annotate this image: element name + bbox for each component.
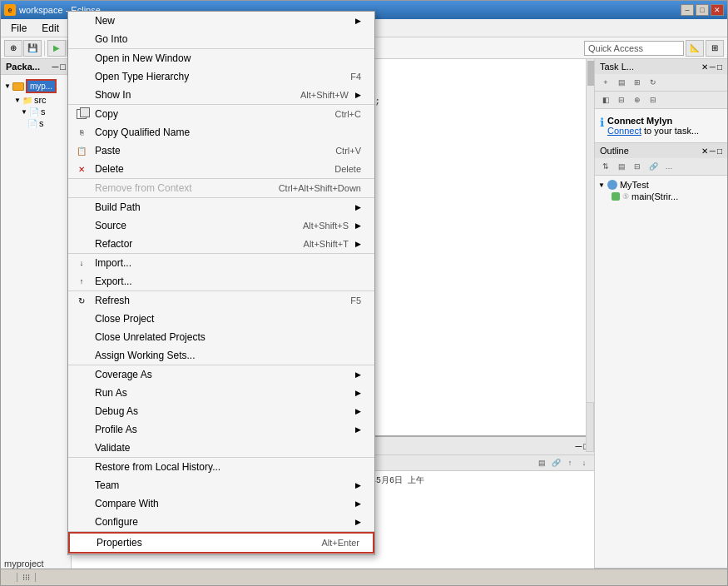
remove-context-label: Remove from Context <box>95 182 192 194</box>
copy-label: Copy <box>95 108 118 120</box>
coverage-as-label: Coverage As <box>95 369 152 380</box>
copy-qualified-label: Copy Qualified Name <box>95 127 190 138</box>
menu-item-open-new-window[interactable]: Open in New Window <box>68 49 374 67</box>
source-label: Source <box>95 220 126 231</box>
menu-item-refresh[interactable]: ↻ Refresh F5 <box>68 291 374 310</box>
menu-item-validate[interactable]: Validate <box>68 439 374 457</box>
paste-shortcut: Ctrl+V <box>335 146 361 156</box>
close-project-label: Close Project <box>95 313 154 325</box>
menu-item-delete[interactable]: ✕ Delete Delete <box>68 160 374 178</box>
menu-item-show-in[interactable]: Show In Alt+Shift+W <box>68 86 374 104</box>
paste-icon: 📋 <box>75 144 88 157</box>
menu-item-source[interactable]: Source Alt+Shift+S <box>68 216 374 235</box>
menu-item-run-as[interactable]: Run As <box>68 384 374 402</box>
delete-shortcut: Delete <box>334 164 361 174</box>
menu-section-4: Remove from Context Ctrl+Alt+Shift+Down <box>68 179 374 198</box>
menu-item-export[interactable]: ↑ Export... <box>68 272 374 291</box>
menu-item-paste[interactable]: 📋 Paste Ctrl+V <box>68 142 374 160</box>
menu-item-profile-as[interactable]: Profile As <box>68 420 374 439</box>
menu-item-restore-history[interactable]: Restore from Local History... <box>68 458 374 476</box>
export-icon: ↑ <box>75 275 88 288</box>
menu-item-build-path[interactable]: Build Path <box>68 198 374 216</box>
show-in-shortcut: Alt+Shift+W <box>300 90 349 100</box>
menu-section-3: Copy Ctrl+C ⎘ Copy Qualified Name 📋 Past… <box>68 105 374 179</box>
menu-section-8: Coverage As Run As Debug As Profile As V… <box>68 365 374 458</box>
build-path-label: Build Path <box>95 201 141 213</box>
menu-item-go-into[interactable]: Go Into <box>68 30 374 48</box>
menu-section-5: Build Path Source Alt+Shift+S Refactor A… <box>68 198 374 254</box>
new-label: New <box>95 15 115 27</box>
menu-item-close-project[interactable]: Close Project <box>68 310 374 328</box>
menu-item-debug-as[interactable]: Debug As <box>68 402 374 420</box>
configure-label: Configure <box>95 516 138 528</box>
menu-item-team[interactable]: Team <box>68 476 374 494</box>
remove-context-shortcut: Ctrl+Alt+Shift+Down <box>279 183 361 193</box>
open-new-window-label: Open in New Window <box>95 52 191 64</box>
menu-item-open-type-hierarchy[interactable]: Open Type Hierarchy F4 <box>68 67 374 86</box>
menu-item-coverage-as[interactable]: Coverage As <box>68 365 374 384</box>
refactor-shortcut: Alt+Shift+T <box>304 239 349 249</box>
copy-icon <box>75 107 88 121</box>
compare-with-label: Compare With <box>95 498 159 509</box>
export-label: Export... <box>95 276 132 287</box>
properties-label: Properties <box>97 537 142 549</box>
menu-item-close-unrelated[interactable]: Close Unrelated Projects <box>68 328 374 346</box>
restore-history-label: Restore from Local History... <box>95 461 220 473</box>
show-in-label: Show In <box>95 89 131 101</box>
open-type-hierarchy-label: Open Type Hierarchy <box>95 71 189 82</box>
menu-section-6: ↓ Import... ↑ Export... <box>68 254 374 291</box>
menu-item-copy[interactable]: Copy Ctrl+C <box>68 105 374 123</box>
eclipse-window: e workspace - Eclipse – □ ✕ File Edit He… <box>0 0 728 586</box>
menu-item-refactor[interactable]: Refactor Alt+Shift+T <box>68 235 374 253</box>
delete-icon: ✕ <box>75 162 88 176</box>
profile-as-label: Profile As <box>95 424 137 435</box>
menu-section-2: Open in New Window Open Type Hierarchy F… <box>68 49 374 105</box>
delete-label: Delete <box>95 163 124 175</box>
import-icon: ↓ <box>75 256 88 270</box>
validate-label: Validate <box>95 442 130 454</box>
menu-section-10: Properties Alt+Enter <box>68 532 374 554</box>
menu-item-copy-qualified[interactable]: ⎘ Copy Qualified Name <box>68 123 374 142</box>
copy-shortcut: Ctrl+C <box>335 109 361 119</box>
paste-label: Paste <box>95 145 121 156</box>
refresh-icon: ↻ <box>75 294 88 307</box>
menu-section-1: New Go Into <box>68 12 374 49</box>
menu-item-new[interactable]: New <box>68 12 374 30</box>
assign-working-sets-label: Assign Working Sets... <box>95 350 196 361</box>
menu-section-7: ↻ Refresh F5 Close Project Close Unrelat… <box>68 291 374 365</box>
run-as-label: Run As <box>95 387 127 399</box>
refresh-label: Refresh <box>95 295 130 306</box>
properties-shortcut: Alt+Enter <box>321 538 359 548</box>
menu-section-9: Restore from Local History... Team Compa… <box>68 458 374 532</box>
close-unrelated-label: Close Unrelated Projects <box>95 331 206 343</box>
menu-item-configure[interactable]: Configure <box>68 513 374 531</box>
menu-item-compare-with[interactable]: Compare With <box>68 494 374 513</box>
refresh-shortcut: F5 <box>350 295 361 305</box>
menu-item-remove-context: Remove from Context Ctrl+Alt+Shift+Down <box>68 179 374 197</box>
import-label: Import... <box>95 257 131 269</box>
menu-item-assign-working-sets[interactable]: Assign Working Sets... <box>68 346 374 365</box>
menu-item-import[interactable]: ↓ Import... <box>68 254 374 272</box>
debug-as-label: Debug As <box>95 405 138 417</box>
context-menu: New Go Into Open in New Window Open Type… <box>67 11 375 555</box>
open-type-hierarchy-shortcut: F4 <box>350 72 361 82</box>
menu-item-properties[interactable]: Properties Alt+Enter <box>68 532 374 554</box>
source-shortcut: Alt+Shift+S <box>303 221 349 231</box>
refactor-label: Refactor <box>95 238 132 250</box>
go-into-label: Go Into <box>95 33 127 45</box>
team-label: Team <box>95 479 119 491</box>
context-menu-overlay: New Go Into Open in New Window Open Type… <box>1 1 727 585</box>
copy-qualified-icon: ⎘ <box>75 126 88 139</box>
